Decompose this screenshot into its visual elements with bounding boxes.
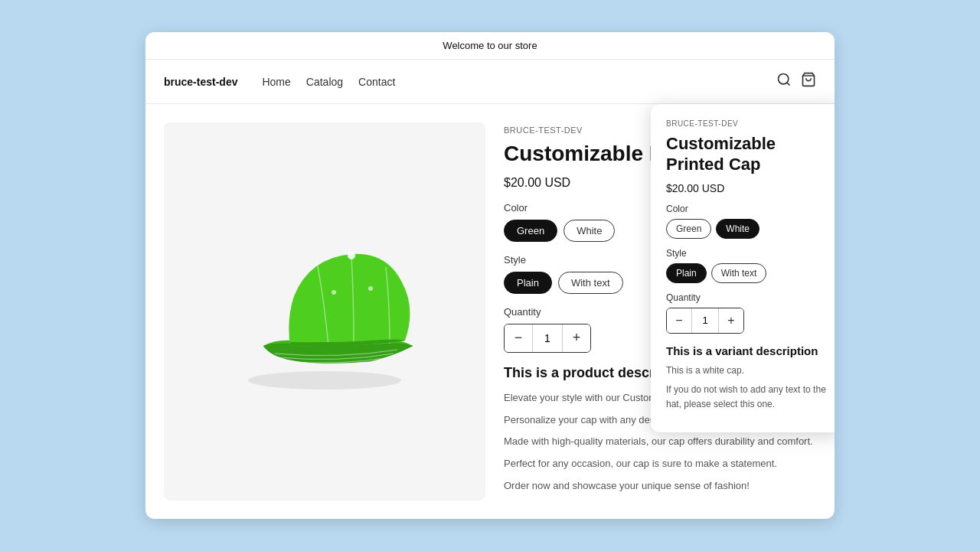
nav-catalog[interactable]: Catalog [306, 76, 343, 88]
nav-home[interactable]: Home [262, 76, 290, 88]
popup-quantity-label: Quantity [666, 292, 827, 303]
announcement-bar: Welcome to our store [145, 32, 835, 60]
search-icon[interactable] [776, 72, 792, 91]
nav-links: Home Catalog Contact [262, 76, 776, 88]
store-name: bruce-test-dev [164, 76, 237, 88]
svg-point-3 [248, 371, 401, 390]
svg-point-6 [368, 286, 373, 291]
svg-point-4 [348, 252, 355, 259]
quantity-decrease-button[interactable]: − [505, 324, 532, 352]
popup-color-options: Green White [666, 219, 827, 239]
description-line-4: Order now and showcase your unique sense… [504, 478, 816, 494]
popup-style-plain-button[interactable]: Plain [666, 263, 707, 283]
color-green-button[interactable]: Green [504, 220, 557, 242]
variant-popup: BRUCE-TEST-DEV Customizable Printed Cap … [651, 104, 835, 432]
popup-style-withtext-button[interactable]: With text [711, 263, 767, 283]
quantity-increase-button[interactable]: + [563, 324, 590, 352]
quantity-value: 1 [532, 324, 563, 352]
announcement-text: Welcome to our store [443, 40, 537, 51]
popup-variant-desc-title: This is a variant description [666, 344, 827, 357]
nav-contact[interactable]: Contact [358, 76, 395, 88]
main-content: BRUCE-TEST-DEV Customizable Printed Cap … [145, 104, 835, 519]
svg-line-1 [787, 83, 790, 86]
description-line-2: Made with high-quality materials, our ca… [504, 434, 816, 450]
svg-point-5 [332, 290, 336, 295]
popup-style-label: Style [666, 248, 827, 259]
product-image-container [164, 122, 485, 500]
header: bruce-test-dev Home Catalog Contact [145, 60, 835, 104]
quantity-control: − 1 + [504, 324, 591, 353]
popup-quantity-increase-button[interactable]: + [719, 308, 743, 333]
popup-quantity-control: − 1 + [666, 308, 744, 334]
popup-variant-desc-line-0: This is a white cap. [666, 364, 827, 378]
browser-window: Welcome to our store bruce-test-dev Home… [145, 32, 835, 519]
header-icons [776, 72, 816, 91]
description-line-3: Perfect for any occasion, our cap is sur… [504, 456, 816, 472]
popup-price: $20.00 USD [666, 182, 827, 194]
style-plain-button[interactable]: Plain [504, 272, 552, 294]
popup-color-green-button[interactable]: Green [666, 219, 711, 239]
popup-color-white-button[interactable]: White [716, 219, 760, 239]
cart-icon[interactable] [801, 72, 816, 91]
popup-quantity-decrease-button[interactable]: − [667, 308, 691, 333]
svg-point-0 [779, 74, 789, 84]
popup-variant-desc-line-1: If you do not wish to add any text to th… [666, 383, 827, 412]
popup-title: Customizable Printed Cap [666, 134, 827, 174]
popup-style-options: Plain With text [666, 263, 827, 283]
color-white-button[interactable]: White [564, 220, 615, 242]
product-image [217, 227, 432, 396]
style-withtext-button[interactable]: With text [558, 272, 623, 294]
popup-color-label: Color [666, 204, 827, 214]
popup-quantity-value: 1 [691, 308, 719, 333]
popup-vendor: BRUCE-TEST-DEV [666, 119, 827, 128]
